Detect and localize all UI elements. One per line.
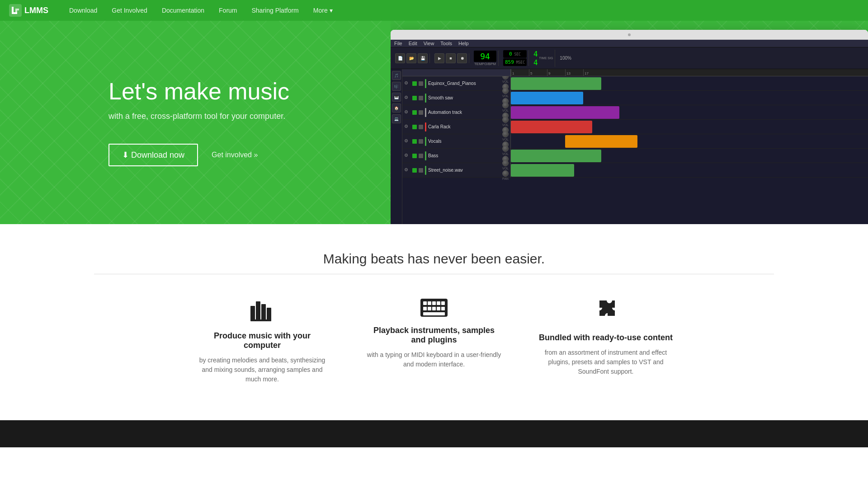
svg-rect-7	[423, 301, 427, 305]
nav-link-download[interactable]: Download	[62, 0, 104, 21]
time-sec: 0 SEC	[503, 50, 527, 58]
track-block-3-0[interactable]	[511, 121, 592, 133]
keyboard-icon	[420, 297, 448, 319]
features-grid: Produce music with your computer by crea…	[163, 297, 705, 384]
feature-title-playback: Playback instruments, samples and plugin…	[366, 326, 502, 345]
track-vol-knob-5[interactable]	[502, 145, 509, 152]
track-vol-knob-2[interactable]	[502, 102, 509, 108]
hero-title: Let's make music	[108, 79, 477, 104]
nav-link-forum[interactable]: Forum	[212, 0, 244, 21]
svg-rect-15	[437, 307, 440, 310]
produce-icon	[249, 297, 276, 324]
svg-rect-3	[261, 304, 266, 320]
hero-actions: ⬇ Download now Get involved »	[108, 144, 477, 166]
nav-link-more[interactable]: More ▾	[306, 0, 340, 21]
track-vol-label-4: VOL	[502, 138, 509, 141]
nav-link-documentation[interactable]: Documentation	[155, 0, 212, 21]
app-titlebar	[391, 30, 868, 40]
svg-rect-2	[256, 301, 260, 320]
feature-desc-playback: with a typing or MIDI keyboard in a user…	[366, 350, 502, 369]
track-vol-label-3: VOL	[502, 123, 509, 127]
nav-logo[interactable]: LMMS	[9, 4, 48, 17]
footer-dark	[0, 420, 868, 447]
zoom-level[interactable]: 100%	[560, 56, 571, 61]
track-block-4-0[interactable]	[565, 135, 637, 148]
track-vol-knob-6[interactable]	[502, 160, 509, 166]
track-vol-label-5: VOL	[502, 152, 509, 155]
track-vol-knob-4[interactable]	[502, 131, 509, 137]
feature-title-produce: Produce music with your computer	[194, 331, 330, 350]
lmms-logo-icon	[9, 4, 22, 17]
feature-desc-produce: by creating melodies and beats, synthesi…	[194, 356, 330, 384]
hero-subtitle: with a free, cross-platform tool for you…	[108, 112, 477, 121]
svg-rect-11	[441, 301, 445, 305]
feature-item-produce: Produce music with your computer by crea…	[194, 297, 330, 384]
track-vol-knob-0[interactable]	[502, 76, 509, 80]
track-content-0[interactable]	[511, 76, 868, 90]
track-block-6-0[interactable]	[511, 164, 574, 177]
menu-help[interactable]: Help	[458, 41, 469, 46]
track-block-5-0[interactable]	[511, 150, 601, 162]
svg-rect-12	[423, 307, 427, 310]
nav-links: Download Get Involved Documentation Foru…	[62, 0, 340, 21]
camera-dot	[628, 33, 631, 36]
nav-logo-text: LMMS	[24, 6, 48, 15]
ruler-tick-17: 17	[583, 69, 601, 76]
menu-file[interactable]: File	[394, 41, 402, 46]
time-msec: 859 MSEC	[503, 58, 527, 66]
svg-rect-8	[428, 301, 431, 305]
feature-item-playback: Playback instruments, samples and plugin…	[366, 297, 502, 384]
svg-rect-16	[441, 307, 445, 310]
feature-desc-bundled: from an assortment of instrument and eff…	[538, 348, 674, 376]
get-involved-link[interactable]: Get involved »	[212, 151, 258, 159]
track-vol-knob-1[interactable]	[502, 88, 509, 94]
track-content-3[interactable]	[511, 120, 868, 134]
track-vol-label-1: VOL	[502, 94, 509, 98]
track-pan-label-6: PAN	[502, 177, 509, 180]
svg-rect-10	[437, 301, 440, 305]
track-pan-knob-6[interactable]	[502, 170, 509, 177]
track-block-0-0[interactable]	[511, 77, 601, 90]
ruler-tick-9: 9	[547, 69, 565, 76]
track-block-2-0[interactable]	[511, 106, 619, 119]
track-content-5[interactable]	[511, 149, 868, 163]
svg-rect-4	[267, 308, 271, 320]
svg-rect-9	[432, 301, 436, 305]
track-content-2[interactable]	[511, 105, 868, 119]
tempo-label: TEMPO/BPM	[474, 62, 496, 66]
svg-rect-13	[428, 307, 431, 310]
svg-rect-14	[432, 307, 436, 310]
ruler-tick-5: 5	[529, 69, 547, 76]
hero-content: Let's make music with a free, cross-plat…	[0, 52, 477, 193]
hero-section: Let's make music with a free, cross-plat…	[0, 21, 868, 224]
feature-item-bundled: Bundled with ready-to-use content from a…	[538, 297, 674, 384]
track-volpan-6: VOL PAN	[502, 160, 509, 180]
download-now-button[interactable]: ⬇ Download now	[108, 144, 198, 166]
nav-link-get-involved[interactable]: Get Involved	[104, 0, 155, 21]
svg-rect-17	[423, 312, 445, 315]
ruler-tick-1: 1	[511, 69, 529, 76]
toolbar-group-zoom: 100%	[558, 56, 573, 61]
svg-rect-1	[250, 306, 255, 320]
track-content-6[interactable]	[511, 163, 868, 177]
toolbar-group-time: 0 SEC 859 MSEC	[501, 50, 529, 66]
puzzle-icon	[591, 297, 620, 326]
feature-icon-produce	[194, 297, 330, 324]
feature-icon-playback	[366, 297, 502, 319]
track-vol-knob-3[interactable]	[502, 117, 509, 123]
nav-link-sharing[interactable]: Sharing Platform	[245, 0, 306, 21]
svg-rect-5	[250, 319, 271, 321]
track-block-1-0[interactable]	[511, 92, 583, 104]
menu-view[interactable]: View	[424, 41, 434, 46]
track-vol-label-6: VOL	[502, 167, 509, 170]
feature-icon-bundled	[538, 297, 674, 326]
navbar: LMMS Download Get Involved Documentation…	[0, 0, 868, 21]
track-content-1[interactable]	[511, 91, 868, 105]
track-content-4[interactable]	[511, 134, 868, 148]
app-menubar: File Edit View Tools Help	[391, 40, 868, 47]
menu-edit[interactable]: Edit	[409, 41, 417, 46]
features-section: Making beats has never been easier. Prod…	[0, 224, 868, 420]
ruler-ticks: 1 5 9 13 17	[511, 69, 868, 76]
menu-tools[interactable]: Tools	[440, 41, 452, 46]
track-vol-label-0: VOL	[502, 80, 509, 83]
